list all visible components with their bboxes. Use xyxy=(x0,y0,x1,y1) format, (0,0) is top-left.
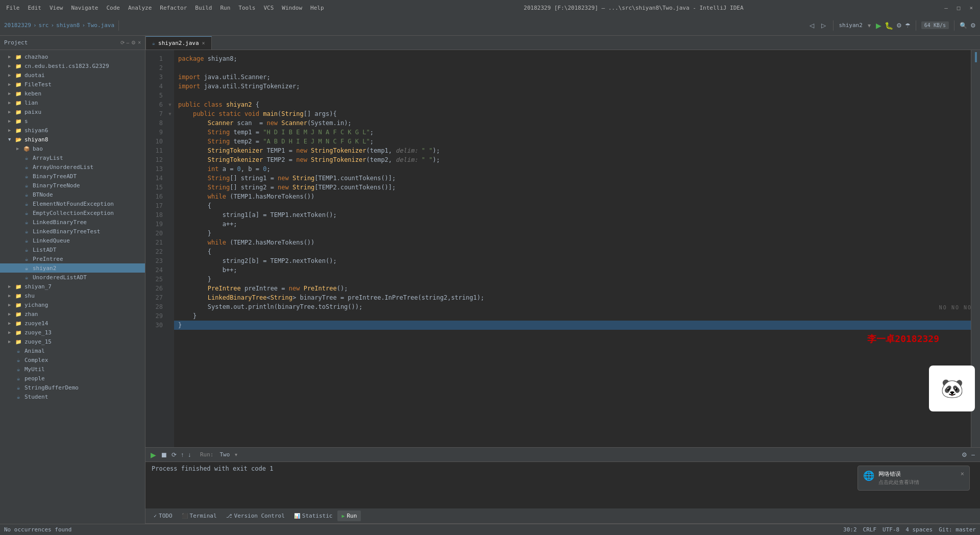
sidebar-item-duotai[interactable]: ▶ 📁 duotai xyxy=(0,70,145,80)
sidebar-item-listadt[interactable]: ▶ ☕ ListADT xyxy=(0,245,145,254)
app-menu-vcs[interactable]: VCS xyxy=(261,5,276,11)
sidebar-item-binarytreenode[interactable]: ▶ ☕ BinaryTreeNode xyxy=(0,181,145,190)
app-menu-view[interactable]: View xyxy=(47,5,65,11)
run-button[interactable]: ▶ xyxy=(876,21,881,30)
run-config-dropdown[interactable]: ▾ xyxy=(866,21,873,30)
breadcrumb-file[interactable]: Two.java xyxy=(87,22,114,29)
sidebar-item-animal[interactable]: ▶ ☕ Animal xyxy=(0,346,145,355)
code-line-15: String[] string2 = new String[TEMP2.coun… xyxy=(174,183,971,192)
app-menu-code[interactable]: Code xyxy=(104,5,122,11)
sidebar-item-zuoye14[interactable]: ▶ 📁 zuoye14 xyxy=(0,319,145,328)
tab-run[interactable]: ▶ Run xyxy=(337,510,361,521)
app-menu-analyze[interactable]: Analyze xyxy=(126,5,154,11)
app-menu-tools[interactable]: Tools xyxy=(236,5,257,11)
run-side-up-button[interactable]: ↑ xyxy=(180,450,185,459)
sidebar-item-complex[interactable]: ▶ ☕ Complex xyxy=(0,355,145,364)
sidebar-item-lian[interactable]: ▶ 📁 lian xyxy=(0,98,145,107)
tab-close-button[interactable]: × xyxy=(202,40,205,46)
sidebar-item-arrayunorderedlist[interactable]: ▶ ☕ ArrayUnorderedList xyxy=(0,162,145,172)
run-side-rerun-button[interactable]: ⟳ xyxy=(170,450,178,459)
sidebar-item-unorderedlistadt[interactable]: ▶ ☕ UnorderedListADT xyxy=(0,273,145,282)
breadcrumb-package[interactable]: shiyan8 xyxy=(56,22,80,29)
sidebar-item-filetest[interactable]: ▶ 📁 FileTest xyxy=(0,80,145,89)
sidebar-close-button[interactable]: × xyxy=(138,40,141,45)
run-minimize-button[interactable]: – xyxy=(970,450,976,459)
folder-icon: 📁 xyxy=(14,117,22,125)
app-menu-run[interactable]: Run xyxy=(218,5,232,11)
sidebar-item-label: chazhao xyxy=(24,54,48,60)
editor-tab-shiyan2[interactable]: ☕ shiyan2.java × xyxy=(145,36,212,50)
status-position[interactable]: 30:2 xyxy=(843,526,857,533)
sidebar-item-binarytreeadt[interactable]: ▶ ☕ BinaryTreeADT xyxy=(0,172,145,181)
debug-button[interactable]: 🐛 xyxy=(885,21,893,30)
tab-terminal[interactable]: ⬛ Terminal xyxy=(178,510,221,521)
sidebar-item-s[interactable]: ▶ 📁 s xyxy=(0,116,145,126)
sidebar-item-student[interactable]: ▶ ☕ Student xyxy=(0,392,145,401)
sidebar-item-btnode[interactable]: ▶ ☕ BTNode xyxy=(0,190,145,199)
coverage-button[interactable]: ☂ xyxy=(905,22,911,29)
sidebar-item-keben[interactable]: ▶ 📁 keben xyxy=(0,89,145,98)
sidebar-sync-button[interactable]: ⟳ xyxy=(120,40,125,45)
app-menu-build[interactable]: Build xyxy=(193,5,214,11)
tab-statistic[interactable]: 📊 Statistic xyxy=(290,510,337,521)
sidebar-item-people[interactable]: ▶ ☕ people xyxy=(0,374,145,383)
sidebar-item-emptycollectionexception[interactable]: ▶ ☕ EmptyCollectionException xyxy=(0,208,145,217)
sidebar-item-shiyan6[interactable]: ▶ 📁 shiyan6 xyxy=(0,126,145,135)
sidebar-settings-button[interactable]: ⚙ xyxy=(131,40,136,45)
sidebar-item-stringbufferdemo[interactable]: ▶ ☕ StringBufferDemo xyxy=(0,383,145,392)
settings-button[interactable]: ⚙ xyxy=(970,22,976,29)
run-config-dropdown-button[interactable]: ▾ xyxy=(234,451,238,458)
sidebar-item-zhan[interactable]: ▶ 📁 zhan xyxy=(0,309,145,319)
breadcrumb-src[interactable]: src xyxy=(39,22,49,29)
breadcrumb-project[interactable]: 20182329 xyxy=(4,22,31,29)
status-charset[interactable]: UTF-8 xyxy=(883,526,899,533)
sidebar-item-cn[interactable]: ▶ 📁 cn.edu.besti.cs1823.G2329 xyxy=(0,61,145,70)
run-settings-button[interactable]: ⚙ xyxy=(961,450,968,459)
app-menu-refactor[interactable]: Refactor xyxy=(158,5,189,11)
status-vcs-branch[interactable]: Git: master xyxy=(939,526,976,533)
bottom-tab-bar: ✓ TODO ⬛ Terminal ⎇ Version Control 📊 St… xyxy=(145,508,980,524)
sidebar-item-elementnotfoundexception[interactable]: ▶ ☕ ElementNotFoundException xyxy=(0,199,145,208)
search-everywhere-button[interactable]: 🔍 xyxy=(960,22,967,29)
status-line-ending[interactable]: CRLF xyxy=(863,526,877,533)
sidebar-item-chazhao[interactable]: ▶ 📁 chazhao xyxy=(0,52,145,61)
sidebar-item-myutil[interactable]: ▶ ☕ MyUtil xyxy=(0,364,145,374)
sidebar-item-preintree[interactable]: ▶ ☕ PreIntree xyxy=(0,254,145,263)
sidebar-item-shu[interactable]: ▶ 📁 shu xyxy=(0,291,145,300)
folder-open-icon: 📂 xyxy=(14,135,22,143)
sidebar-item-zuoye13[interactable]: ▶ 📁 zuoye_13 xyxy=(0,328,145,337)
tab-todo[interactable]: ✓ TODO xyxy=(150,510,177,521)
navigate-forward-button[interactable]: ▷ xyxy=(819,21,828,30)
run-side-down-button[interactable]: ↓ xyxy=(187,450,192,459)
app-menu-window[interactable]: Window xyxy=(280,5,304,11)
run-side-play-button[interactable]: ▶ xyxy=(150,450,157,460)
editor-tabs: ☕ shiyan2.java × xyxy=(145,36,980,50)
sidebar-item-shiyan2[interactable]: ▶ ☕ shiyan2 xyxy=(0,263,145,273)
app-menu-help[interactable]: Help xyxy=(308,5,326,11)
sidebar-item-paixu[interactable]: ▶ 📁 paixu xyxy=(0,107,145,116)
app-menu-navigate[interactable]: Navigate xyxy=(69,5,101,11)
sidebar-item-linkedbinarytree[interactable]: ▶ ☕ LinkedBinaryTree xyxy=(0,217,145,227)
tab-version-control[interactable]: ⎇ Version Control xyxy=(222,510,289,521)
build-button[interactable]: ⚙ xyxy=(896,22,902,29)
run-side-stop-button[interactable]: ⏹ xyxy=(159,450,168,460)
sidebar-item-bao[interactable]: ▶ 📦 bao xyxy=(0,144,145,153)
sidebar-item-shiyan7[interactable]: ▶ 📁 shiyan_7 xyxy=(0,282,145,291)
minimize-button[interactable]: – xyxy=(941,5,951,11)
toast-close-button[interactable]: × xyxy=(961,470,964,477)
scrollbar-thumb[interactable] xyxy=(975,52,977,62)
sidebar-collapse-button[interactable]: – xyxy=(127,40,130,45)
navigate-back-button[interactable]: ◁ xyxy=(807,21,816,30)
code-content[interactable]: package shiyan8; import java.util.Scanne… xyxy=(174,50,971,447)
app-menu-file[interactable]: File xyxy=(4,5,22,11)
sidebar-item-shiyan8[interactable]: ▼ 📂 shiyan8 xyxy=(0,135,145,144)
sidebar-item-yichang[interactable]: ▶ 📁 yichang xyxy=(0,300,145,309)
app-menu-edit[interactable]: Edit xyxy=(26,5,44,11)
sidebar-item-linkedqueue[interactable]: ▶ ☕ LinkedQueue xyxy=(0,236,145,245)
close-button[interactable]: × xyxy=(966,5,976,11)
maximize-button[interactable]: □ xyxy=(954,5,964,11)
sidebar-item-arraylist[interactable]: ▶ ☕ ArrayList xyxy=(0,153,145,162)
sidebar-item-zuoye15[interactable]: ▶ 📁 zuoye_15 xyxy=(0,337,145,346)
status-indent[interactable]: 4 spaces xyxy=(905,526,933,533)
sidebar-item-linkedbinarytreetest[interactable]: ▶ ☕ LinkedBinaryTreeTest xyxy=(0,227,145,236)
